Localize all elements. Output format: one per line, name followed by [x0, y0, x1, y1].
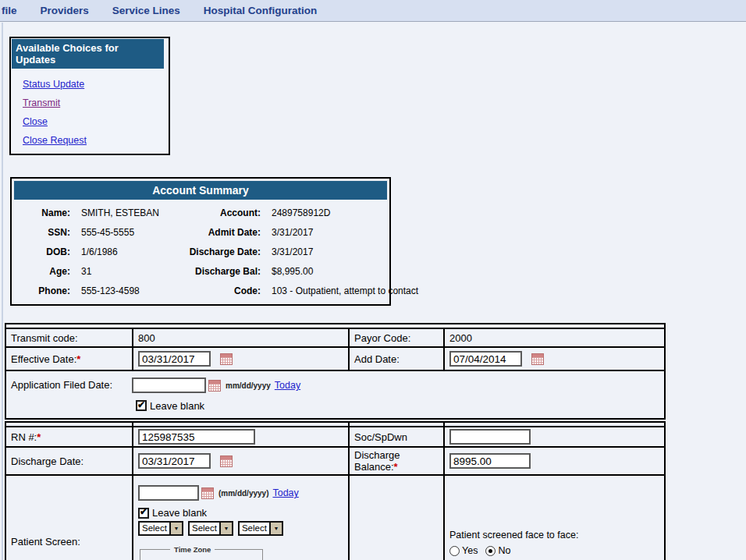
- field-label: Code:: [189, 282, 261, 301]
- available-choices-panel: Available Choices for Updates Status Upd…: [9, 37, 170, 155]
- face-to-face-no-radio[interactable]: [485, 546, 496, 556]
- transmit-code-value: 800: [133, 328, 349, 347]
- select-dropdown-1[interactable]: Select: [138, 521, 183, 536]
- face-to-face-label: Patient screened face to face:: [449, 530, 661, 541]
- select-dropdown-2[interactable]: Select: [188, 521, 233, 536]
- account-summary-title: Account Summary: [14, 181, 387, 200]
- discharge-balance-label: Discharge Balance:*: [349, 447, 444, 475]
- check-icon: [137, 400, 145, 412]
- required-marker: *: [394, 461, 398, 473]
- today-link[interactable]: Today: [275, 380, 300, 391]
- field-value: 103 - Outpatient, attempt to contact: [261, 282, 418, 301]
- available-choices-links: Status Update Transmit Close Close Reque…: [12, 69, 168, 146]
- field-label: DOB:: [14, 243, 70, 262]
- table-row: RN #:* Soc/SpDwn: [5, 427, 665, 447]
- face-to-face-yes-radio[interactable]: [449, 546, 460, 556]
- table-row: Transmit code: 800 Payor Code: 2000: [5, 328, 665, 347]
- field-value: 3/31/2017: [261, 223, 418, 243]
- field-label: Phone:: [14, 282, 70, 301]
- table-row: Discharge Date: Discharge Balance:*: [5, 447, 665, 475]
- chevron-down-icon: [219, 523, 232, 534]
- leave-blank-label: Leave blank: [150, 400, 204, 412]
- calendar-icon[interactable]: [220, 353, 233, 365]
- top-navbar: file Providers Service Lines Hospital Co…: [0, 0, 746, 22]
- effective-date-input[interactable]: [138, 351, 211, 367]
- chevron-down-icon: [269, 523, 282, 534]
- field-label: Account:: [189, 204, 261, 223]
- select-dropdown-3[interactable]: Select: [238, 521, 283, 536]
- field-value: 555-45-5555: [70, 223, 189, 243]
- face-to-face-yes-label: Yes: [462, 545, 478, 556]
- table-row: Patient Screen: (mm/dd/yyyy)Today Leave …: [5, 475, 665, 560]
- rn-number-input[interactable]: [138, 429, 255, 445]
- calendar-icon[interactable]: [201, 487, 214, 499]
- transmit-form-table: Transmit code: 800 Payor Code: 2000 Effe…: [5, 323, 666, 420]
- available-choices-title: Available Choices for Updates: [12, 39, 164, 69]
- field-value: 2489758912D: [261, 204, 418, 223]
- calendar-icon[interactable]: [220, 455, 233, 467]
- date-format-hint: mm/dd/yyyy: [226, 381, 271, 390]
- nav-item-hospital-configuration[interactable]: Hospital Configuration: [204, 5, 318, 16]
- chevron-down-icon: [169, 523, 182, 534]
- leave-blank-checkbox[interactable]: [138, 508, 149, 519]
- nav-item-service-lines[interactable]: Service Lines: [112, 5, 180, 16]
- transmit-code-label: Transmit code:: [5, 328, 133, 347]
- account-summary-panel: Account Summary Name: SMITH, ESTEBAN Acc…: [10, 177, 391, 306]
- field-value: $8,995.00: [261, 262, 418, 282]
- soc-spdwn-label: Soc/SpDwn: [349, 427, 444, 447]
- calendar-icon[interactable]: [208, 380, 221, 392]
- check-icon: [140, 507, 147, 519]
- field-label: Admit Date:: [189, 223, 261, 243]
- link-close[interactable]: Close: [23, 116, 168, 127]
- field-label: SSN:: [14, 223, 70, 243]
- link-transmit[interactable]: Transmit: [23, 97, 168, 108]
- field-value: 555-123-4598: [70, 282, 189, 301]
- discharge-balance-input[interactable]: [449, 453, 531, 469]
- date-format-hint: (mm/dd/yyyy): [218, 489, 268, 498]
- payor-code-value: 2000: [444, 328, 665, 347]
- discharge-date-label: Discharge Date:: [5, 447, 133, 475]
- empty-cell: [349, 475, 444, 560]
- link-status-update[interactable]: Status Update: [23, 79, 168, 90]
- field-value: 3/31/2017: [261, 243, 418, 262]
- table-row: Effective Date:* Add Date:: [5, 347, 665, 370]
- today-link[interactable]: Today: [272, 487, 298, 498]
- time-zone-fieldset: Time Zone CSTEST MSTPST: [140, 545, 263, 560]
- nav-item-file[interactable]: file: [2, 5, 17, 16]
- required-marker: *: [76, 353, 80, 365]
- patient-form-table: RN #:* Soc/SpDwn Discharge Date: Dischar…: [5, 421, 666, 560]
- field-label: Age:: [14, 262, 70, 282]
- patient-screen-label: Patient Screen:: [5, 475, 133, 560]
- table-row: Application Filed Date:mm/dd/yyyyToday L…: [5, 370, 665, 419]
- payor-code-label: Payor Code:: [349, 328, 444, 347]
- leave-blank-label: Leave blank: [152, 507, 207, 519]
- account-summary-grid: Name: SMITH, ESTEBAN Account: 2489758912…: [14, 204, 387, 301]
- time-zone-legend: Time Zone: [170, 545, 215, 554]
- application-filed-date-input[interactable]: [132, 377, 206, 393]
- leave-blank-checkbox[interactable]: [136, 400, 147, 411]
- face-to-face-no-label: No: [498, 545, 510, 556]
- field-label: Name:: [14, 204, 70, 223]
- patient-screen-date-input[interactable]: [138, 485, 199, 501]
- field-label: Discharge Bal:: [189, 262, 261, 282]
- page-content: Available Choices for Updates Status Upd…: [0, 37, 746, 560]
- field-value: SMITH, ESTEBAN: [70, 204, 189, 223]
- rn-number-label: RN #:*: [5, 427, 133, 447]
- nav-item-providers[interactable]: Providers: [41, 5, 89, 16]
- add-date-input[interactable]: [449, 351, 522, 367]
- calendar-icon[interactable]: [531, 353, 544, 365]
- required-marker: *: [37, 431, 41, 443]
- field-value: 1/6/1986: [70, 243, 189, 262]
- field-value: 31: [70, 262, 189, 282]
- effective-date-label: Effective Date:*: [5, 347, 133, 370]
- discharge-date-input[interactable]: [138, 453, 211, 469]
- link-close-request[interactable]: Close Request: [23, 135, 168, 146]
- field-label: Discharge Date:: [189, 243, 261, 262]
- soc-spdwn-input[interactable]: [449, 429, 531, 445]
- application-filed-date-label: Application Filed Date:: [11, 379, 132, 391]
- add-date-label: Add Date:: [349, 347, 444, 370]
